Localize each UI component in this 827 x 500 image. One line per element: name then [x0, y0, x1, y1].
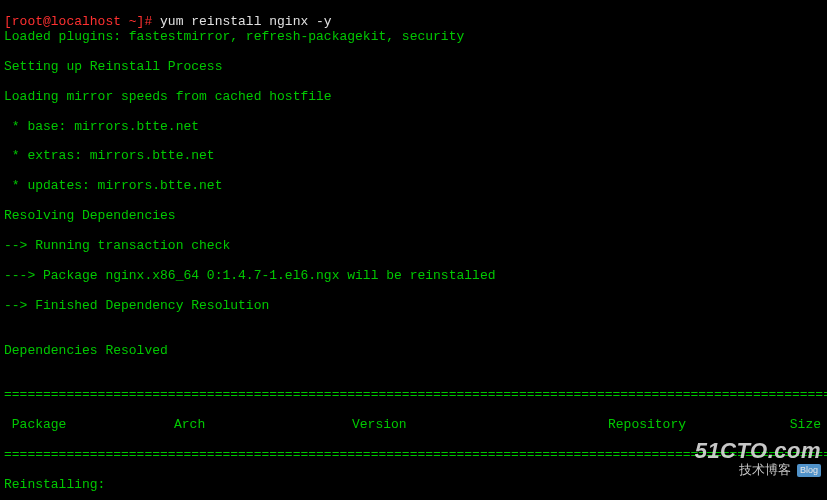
- output-line: ---> Package nginx.x86_64 0:1.4.7-1.el6.…: [4, 269, 823, 284]
- output-line: Loading mirror speeds from cached hostfi…: [4, 90, 823, 105]
- output-line: Setting up Reinstall Process: [4, 60, 823, 75]
- divider: ========================================…: [4, 448, 823, 463]
- col-header-repo: Repository: [608, 418, 761, 433]
- shell-prompt: [root@localhost ~]#: [4, 14, 152, 29]
- output-line: * base: mirrors.btte.net: [4, 120, 823, 135]
- output-line: * updates: mirrors.btte.net: [4, 179, 823, 194]
- output-line: * extras: mirrors.btte.net: [4, 149, 823, 164]
- col-header-size: Size: [761, 418, 821, 433]
- col-header-version: Version: [352, 418, 608, 433]
- output-line: --> Finished Dependency Resolution: [4, 299, 823, 314]
- output-line: Dependencies Resolved: [4, 344, 823, 359]
- table-header-row: Package Arch Version Repository Size: [4, 418, 823, 433]
- terminal-output[interactable]: [root@localhost ~]# yum reinstall nginx …: [0, 0, 827, 500]
- section-reinstalling: Reinstalling:: [4, 478, 823, 493]
- command-text: yum reinstall nginx -y: [160, 14, 332, 29]
- col-header-arch: Arch: [174, 418, 352, 433]
- col-header-package: Package: [4, 418, 174, 433]
- divider: ========================================…: [4, 388, 823, 403]
- output-line: --> Running transaction check: [4, 239, 823, 254]
- output-line: Resolving Dependencies: [4, 209, 823, 224]
- output-line: Loaded plugins: fastestmirror, refresh-p…: [4, 30, 823, 45]
